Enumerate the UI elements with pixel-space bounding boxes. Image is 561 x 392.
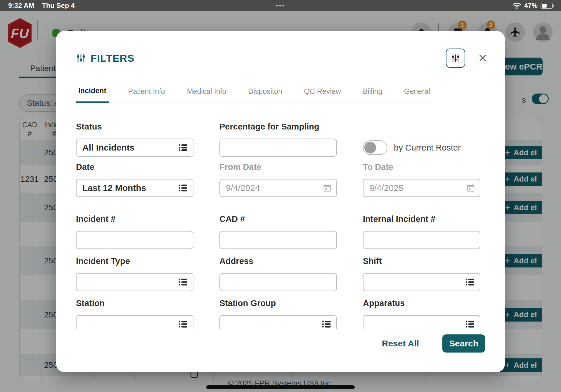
station-label: Station (76, 298, 193, 308)
incident-number-input[interactable] (76, 231, 193, 249)
roster-toggle-label: by Current Roster (394, 143, 461, 153)
incident-type-dropdown[interactable] (76, 273, 193, 291)
status-time-date: 9:32 AM Thu Sep 4 (8, 2, 75, 10)
tab-disposition[interactable]: Dispositon (246, 87, 285, 103)
close-icon[interactable]: ✕ (478, 53, 487, 64)
tab-billing[interactable]: Billing (361, 87, 385, 103)
tab-medical-info[interactable]: Medical Info (185, 87, 229, 103)
form-row-dates: Date Last 12 Months From Date 9/4/2024 (76, 162, 482, 197)
internal-incident-input[interactable] (363, 231, 480, 249)
cad-number-input[interactable] (219, 231, 337, 249)
modal-title-text: FILTERS (91, 52, 134, 64)
tab-general[interactable]: General (402, 87, 432, 103)
list-icon (465, 320, 475, 329)
station-group-dropdown[interactable] (219, 315, 337, 329)
list-icon (178, 143, 188, 152)
search-button[interactable]: Search (442, 334, 485, 353)
shift-label: Shift (363, 256, 480, 266)
battery-icon (541, 3, 553, 9)
home-indicator-bar[interactable] (206, 385, 355, 389)
sliders-icon (451, 54, 460, 63)
form-row-station: Station Station Group (76, 298, 482, 329)
screen: 9:32 AM Thu Sep 4 ••• 47% FU Online 1 (0, 0, 561, 392)
tab-incident[interactable]: Incident (76, 87, 109, 103)
filters-sliders-icon (76, 53, 86, 63)
tab-patient-info[interactable]: Patient Info (126, 87, 167, 103)
tab-qc-review[interactable]: QC Review (302, 87, 343, 103)
status-dropdown[interactable]: All Incidents (76, 139, 193, 157)
modal-footer: Reset All Search (382, 334, 485, 353)
calendar-icon (466, 184, 475, 192)
form-row-numbers: Incident # CAD # Internal Incident # (76, 214, 482, 249)
modal-tabs: Incident Patient Info Medical Info Dispo… (76, 87, 432, 103)
sampling-input[interactable] (219, 139, 337, 157)
roster-toggle-off[interactable] (363, 140, 387, 155)
internal-incident-label: Internal Incident # (363, 214, 480, 224)
list-icon (322, 320, 332, 329)
station-group-label: Station Group (219, 298, 337, 308)
modal-header: FILTERS ✕ (56, 31, 505, 68)
form-row-status: Status All Incidents Percentage for Samp… (76, 122, 482, 157)
cad-number-label: CAD # (219, 214, 337, 224)
shift-dropdown[interactable] (363, 273, 480, 291)
filters-modal: FILTERS ✕ Incident Patient Info Medical … (56, 31, 505, 372)
calendar-icon (323, 184, 332, 192)
status-label: Status (76, 122, 193, 132)
list-icon (178, 184, 188, 192)
to-date-input[interactable]: 9/4/2025 (363, 179, 480, 197)
date-range-dropdown[interactable]: Last 12 Months (76, 179, 193, 197)
station-dropdown[interactable] (76, 315, 193, 329)
status-indicators: 47% (512, 2, 553, 10)
list-icon (178, 278, 188, 286)
to-date-label: To Date (363, 162, 480, 172)
incident-number-label: Incident # (76, 214, 193, 224)
battery-percent: 47% (524, 2, 538, 10)
form-row-type: Incident Type Address Shift (76, 256, 482, 291)
saved-filters-button[interactable] (446, 49, 465, 68)
status-bar: 9:32 AM Thu Sep 4 ••• 47% (0, 0, 561, 11)
incident-type-label: Incident Type (76, 256, 193, 266)
list-icon (178, 320, 188, 329)
status-time: 9:32 AM (8, 2, 34, 10)
roster-toggle-group: by Current Roster (363, 122, 480, 157)
sampling-label: Percentage for Sampling (219, 122, 337, 132)
address-input[interactable] (219, 273, 337, 291)
apparatus-dropdown[interactable] (363, 315, 480, 329)
date-label: Date (76, 162, 193, 172)
wifi-icon (512, 2, 521, 9)
status-menu-dots-icon[interactable]: ••• (276, 2, 285, 9)
filters-form: Status All Incidents Percentage for Samp… (56, 103, 505, 329)
list-icon (465, 278, 475, 286)
apparatus-label: Apparatus (363, 298, 480, 308)
reset-all-button[interactable]: Reset All (382, 339, 419, 348)
address-label: Address (219, 256, 337, 266)
status-date: Thu Sep 4 (42, 2, 75, 10)
from-date-label: From Date (219, 162, 337, 172)
modal-title: FILTERS (76, 52, 134, 64)
from-date-input[interactable]: 9/4/2024 (219, 179, 337, 197)
